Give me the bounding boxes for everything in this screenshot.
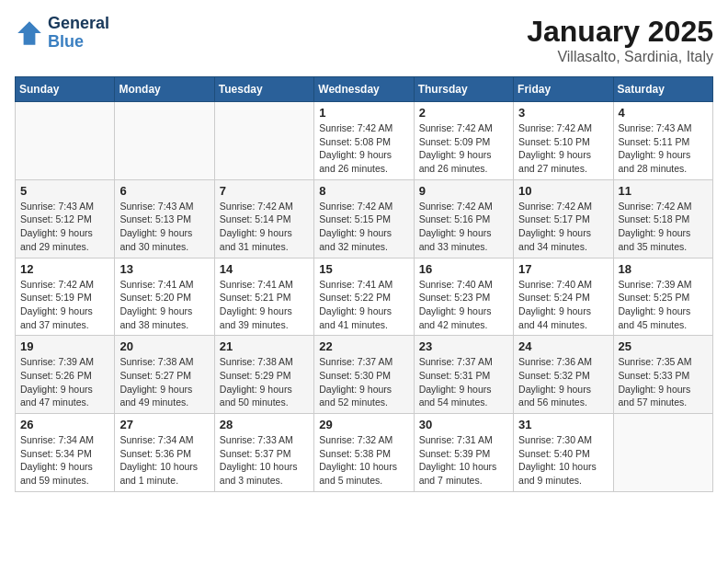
day-cell-12: 12Sunrise: 7:42 AM Sunset: 5:19 PM Dayli… <box>16 258 115 336</box>
day-info: Sunrise: 7:32 AM Sunset: 5:38 PM Dayligh… <box>319 433 408 488</box>
day-info: Sunrise: 7:42 AM Sunset: 5:15 PM Dayligh… <box>319 200 408 254</box>
day-number: 17 <box>518 262 608 276</box>
day-cell-13: 13Sunrise: 7:41 AM Sunset: 5:20 PM Dayli… <box>115 258 214 336</box>
day-cell-25: 25Sunrise: 7:35 AM Sunset: 5:33 PM Dayli… <box>613 336 712 414</box>
day-number: 22 <box>319 339 408 353</box>
day-cell-8: 8Sunrise: 7:42 AM Sunset: 5:15 PM Daylig… <box>314 179 414 258</box>
day-cell-27: 27Sunrise: 7:34 AM Sunset: 5:36 PM Dayli… <box>115 414 214 492</box>
day-info: Sunrise: 7:34 AM Sunset: 5:36 PM Dayligh… <box>119 433 209 488</box>
logo: General Blue <box>15 15 109 52</box>
day-number: 23 <box>419 339 508 353</box>
day-number: 13 <box>119 262 209 276</box>
day-cell-31: 31Sunrise: 7:30 AM Sunset: 5:40 PM Dayli… <box>514 414 613 492</box>
day-number: 15 <box>319 262 408 276</box>
day-number: 1 <box>319 106 408 120</box>
day-info: Sunrise: 7:38 AM Sunset: 5:29 PM Dayligh… <box>220 355 309 409</box>
day-info: Sunrise: 7:31 AM Sunset: 5:39 PM Dayligh… <box>419 433 508 488</box>
day-number: 25 <box>619 339 708 353</box>
day-info: Sunrise: 7:37 AM Sunset: 5:31 PM Dayligh… <box>419 355 508 409</box>
day-cell-3: 3Sunrise: 7:42 AM Sunset: 5:10 PM Daylig… <box>514 102 613 180</box>
day-number: 3 <box>518 106 608 120</box>
day-cell-7: 7Sunrise: 7:42 AM Sunset: 5:14 PM Daylig… <box>214 179 313 258</box>
day-cell-2: 2Sunrise: 7:42 AM Sunset: 5:09 PM Daylig… <box>414 102 513 180</box>
calendar-header-row: SundayMondayTuesdayWednesdayThursdayFrid… <box>16 77 713 102</box>
day-cell-30: 30Sunrise: 7:31 AM Sunset: 5:39 PM Dayli… <box>414 414 513 492</box>
day-number: 24 <box>518 339 608 353</box>
logo-text: General Blue <box>48 15 109 52</box>
week-row-3: 12Sunrise: 7:42 AM Sunset: 5:19 PM Dayli… <box>16 258 713 336</box>
title-block: January 2025 Villasalto, Sardinia, Italy <box>527 15 713 65</box>
day-cell-10: 10Sunrise: 7:42 AM Sunset: 5:17 PM Dayli… <box>514 179 613 258</box>
month-title: January 2025 <box>527 15 713 49</box>
day-number: 9 <box>419 184 508 198</box>
day-number: 7 <box>220 184 309 198</box>
day-number: 11 <box>619 184 708 198</box>
day-number: 6 <box>119 184 209 198</box>
day-cell-23: 23Sunrise: 7:37 AM Sunset: 5:31 PM Dayli… <box>414 336 513 414</box>
day-info: Sunrise: 7:41 AM Sunset: 5:21 PM Dayligh… <box>220 278 309 332</box>
day-cell-5: 5Sunrise: 7:43 AM Sunset: 5:12 PM Daylig… <box>16 179 115 258</box>
day-info: Sunrise: 7:41 AM Sunset: 5:22 PM Dayligh… <box>319 278 408 332</box>
week-row-4: 19Sunrise: 7:39 AM Sunset: 5:26 PM Dayli… <box>16 336 713 414</box>
day-cell-21: 21Sunrise: 7:38 AM Sunset: 5:29 PM Dayli… <box>214 336 313 414</box>
day-info: Sunrise: 7:35 AM Sunset: 5:33 PM Dayligh… <box>619 355 708 409</box>
day-info: Sunrise: 7:42 AM Sunset: 5:17 PM Dayligh… <box>518 200 608 254</box>
week-row-1: 1Sunrise: 7:42 AM Sunset: 5:08 PM Daylig… <box>16 102 713 180</box>
page-header: General Blue January 2025 Villasalto, Sa… <box>15 15 713 65</box>
day-number: 4 <box>619 106 708 120</box>
day-cell-9: 9Sunrise: 7:42 AM Sunset: 5:16 PM Daylig… <box>414 179 513 258</box>
day-number: 14 <box>220 262 309 276</box>
day-cell-11: 11Sunrise: 7:42 AM Sunset: 5:18 PM Dayli… <box>613 179 712 258</box>
empty-cell <box>16 102 115 180</box>
day-cell-19: 19Sunrise: 7:39 AM Sunset: 5:26 PM Dayli… <box>16 336 115 414</box>
day-header-thursday: Thursday <box>414 77 513 102</box>
day-info: Sunrise: 7:42 AM Sunset: 5:10 PM Dayligh… <box>518 121 608 176</box>
day-number: 5 <box>20 184 109 198</box>
day-header-friday: Friday <box>514 77 613 102</box>
day-info: Sunrise: 7:41 AM Sunset: 5:20 PM Dayligh… <box>119 278 209 332</box>
day-cell-15: 15Sunrise: 7:41 AM Sunset: 5:22 PM Dayli… <box>314 258 414 336</box>
day-number: 16 <box>419 262 508 276</box>
day-info: Sunrise: 7:30 AM Sunset: 5:40 PM Dayligh… <box>518 433 608 488</box>
day-cell-17: 17Sunrise: 7:40 AM Sunset: 5:24 PM Dayli… <box>514 258 613 336</box>
day-info: Sunrise: 7:38 AM Sunset: 5:27 PM Dayligh… <box>119 355 209 409</box>
day-cell-29: 29Sunrise: 7:32 AM Sunset: 5:38 PM Dayli… <box>314 414 414 492</box>
calendar-table: SundayMondayTuesdayWednesdayThursdayFrid… <box>15 76 713 492</box>
day-info: Sunrise: 7:42 AM Sunset: 5:16 PM Dayligh… <box>419 200 508 254</box>
day-cell-16: 16Sunrise: 7:40 AM Sunset: 5:23 PM Dayli… <box>414 258 513 336</box>
day-info: Sunrise: 7:42 AM Sunset: 5:08 PM Dayligh… <box>319 121 408 176</box>
day-header-monday: Monday <box>115 77 214 102</box>
empty-cell <box>214 102 313 180</box>
day-info: Sunrise: 7:39 AM Sunset: 5:26 PM Dayligh… <box>20 355 109 409</box>
day-number: 10 <box>518 184 608 198</box>
day-number: 19 <box>20 339 109 353</box>
day-header-wednesday: Wednesday <box>314 77 414 102</box>
day-info: Sunrise: 7:42 AM Sunset: 5:14 PM Dayligh… <box>220 200 309 254</box>
day-info: Sunrise: 7:36 AM Sunset: 5:32 PM Dayligh… <box>518 355 608 409</box>
day-header-tuesday: Tuesday <box>214 77 313 102</box>
day-cell-6: 6Sunrise: 7:43 AM Sunset: 5:13 PM Daylig… <box>115 179 214 258</box>
day-info: Sunrise: 7:37 AM Sunset: 5:30 PM Dayligh… <box>319 355 408 409</box>
day-info: Sunrise: 7:34 AM Sunset: 5:34 PM Dayligh… <box>20 433 109 488</box>
day-info: Sunrise: 7:40 AM Sunset: 5:23 PM Dayligh… <box>419 278 508 332</box>
day-number: 12 <box>20 262 109 276</box>
day-number: 18 <box>619 262 708 276</box>
week-row-5: 26Sunrise: 7:34 AM Sunset: 5:34 PM Dayli… <box>16 414 713 492</box>
day-cell-22: 22Sunrise: 7:37 AM Sunset: 5:30 PM Dayli… <box>314 336 414 414</box>
logo-icon <box>15 18 44 48</box>
day-info: Sunrise: 7:42 AM Sunset: 5:09 PM Dayligh… <box>419 121 508 176</box>
day-info: Sunrise: 7:40 AM Sunset: 5:24 PM Dayligh… <box>518 278 608 332</box>
day-number: 2 <box>419 106 508 120</box>
day-info: Sunrise: 7:39 AM Sunset: 5:25 PM Dayligh… <box>619 278 708 332</box>
day-number: 30 <box>419 418 508 431</box>
day-info: Sunrise: 7:43 AM Sunset: 5:11 PM Dayligh… <box>619 121 708 176</box>
week-row-2: 5Sunrise: 7:43 AM Sunset: 5:12 PM Daylig… <box>16 179 713 258</box>
day-info: Sunrise: 7:42 AM Sunset: 5:19 PM Dayligh… <box>20 278 109 332</box>
day-cell-4: 4Sunrise: 7:43 AM Sunset: 5:11 PM Daylig… <box>613 102 712 180</box>
empty-cell <box>613 414 712 492</box>
day-number: 27 <box>119 418 209 431</box>
empty-cell <box>115 102 214 180</box>
day-info: Sunrise: 7:33 AM Sunset: 5:37 PM Dayligh… <box>220 433 309 488</box>
day-number: 8 <box>319 184 408 198</box>
day-number: 26 <box>20 418 109 431</box>
